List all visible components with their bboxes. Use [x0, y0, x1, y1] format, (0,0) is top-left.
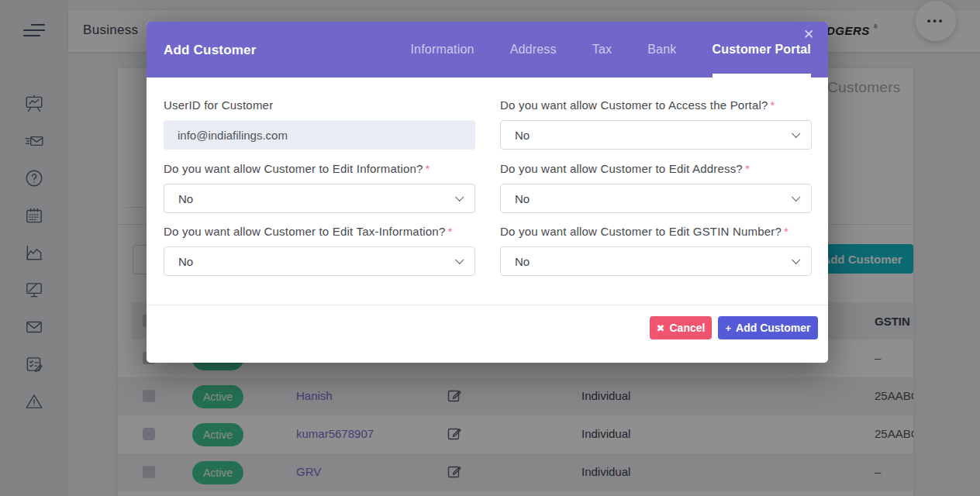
edit-information-label: Do you want allow Customer to Edit Infor…	[164, 162, 423, 175]
tab-customer-portal[interactable]: Customer Portal	[713, 22, 811, 78]
tab-address[interactable]: Address	[510, 22, 557, 78]
required-asterisk: *	[426, 162, 430, 175]
chevron-down-icon	[792, 129, 800, 138]
tab-information[interactable]: Information	[410, 22, 474, 78]
edit-gstin-select[interactable]: No	[500, 246, 812, 276]
tab-bank[interactable]: Bank	[647, 22, 676, 78]
cancel-button[interactable]: ✖ Cancel	[650, 316, 712, 339]
edit-address-label: Do you want allow Customer to Edit Addre…	[500, 162, 743, 175]
modal-add-customer-button[interactable]: + Add Customer	[718, 316, 818, 339]
required-asterisk: *	[745, 162, 750, 175]
edit-information-field: Do you want allow Customer to Edit Infor…	[164, 162, 475, 213]
edit-address-select[interactable]: No	[500, 184, 812, 213]
userid-input[interactable]	[164, 120, 475, 150]
userid-label: UserID for Customer	[164, 98, 475, 112]
edit-gstin-field: Do you want allow Customer to Edit GSTIN…	[500, 225, 812, 276]
edit-address-field: Do you want allow Customer to Edit Addre…	[500, 162, 812, 213]
modal-title: Add Customer	[164, 43, 257, 58]
add-customer-modal: Add Customer ✕ Information Address Tax B…	[147, 22, 828, 363]
edit-gstin-label: Do you want allow Customer to Edit GSTIN…	[500, 225, 782, 238]
required-asterisk: *	[784, 225, 788, 238]
modal-tabs: Information Address Tax Bank Customer Po…	[410, 22, 811, 78]
required-asterisk: *	[771, 98, 775, 112]
access-portal-select[interactable]: No	[500, 120, 812, 150]
chevron-down-icon	[792, 193, 800, 202]
x-icon: ✖	[657, 322, 665, 334]
tab-tax[interactable]: Tax	[592, 22, 612, 78]
plus-icon: +	[725, 322, 731, 334]
edit-tax-label: Do you want allow Customer to Edit Tax-I…	[164, 225, 445, 238]
edit-tax-field: Do you want allow Customer to Edit Tax-I…	[164, 225, 475, 276]
access-portal-label: Do you want allow Customer to Access the…	[500, 98, 768, 112]
required-asterisk: *	[447, 225, 452, 238]
userid-field: UserID for Customer	[164, 98, 475, 150]
edit-information-select[interactable]: No	[164, 184, 475, 213]
chevron-down-icon	[455, 193, 464, 202]
modal-header: Add Customer ✕ Information Address Tax B…	[147, 22, 828, 78]
chevron-down-icon	[792, 256, 800, 264]
modal-footer: ✖ Cancel + Add Customer	[147, 305, 828, 363]
access-portal-field: Do you want allow Customer to Access the…	[500, 98, 812, 150]
chevron-down-icon	[455, 256, 464, 264]
edit-tax-select[interactable]: No	[164, 246, 475, 276]
